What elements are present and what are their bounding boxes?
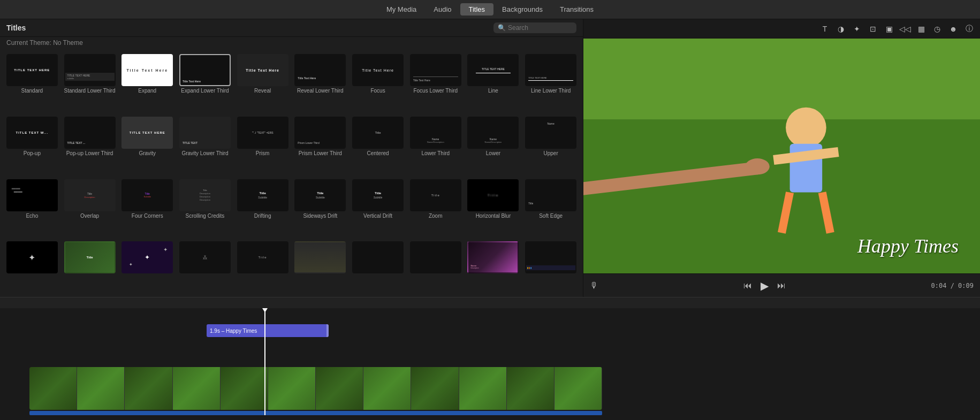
title-particle7[interactable] bbox=[350, 240, 406, 295]
title-thumb-standard-lower-third: TITLE TEXT HERE subtitle bbox=[64, 54, 116, 86]
title-gravity[interactable]: TITLE TEXT HERE Gravity bbox=[119, 116, 175, 176]
mic-button[interactable]: 🎙 bbox=[590, 281, 598, 291]
title-label-reveal-lower-third: Reveal Lower Third bbox=[294, 88, 346, 94]
title-thumb-particle3: ✦ ✦ ✦ bbox=[121, 241, 173, 273]
crop-tool-icon[interactable]: ⊡ bbox=[867, 22, 879, 35]
title-thumb-four-corners: Title Subtitle bbox=[121, 179, 173, 211]
title-centered[interactable]: Title Centered bbox=[350, 116, 406, 176]
title-thumb-gravity-lower-third: TITLE TEXT bbox=[179, 117, 231, 149]
title-line[interactable]: TITLE TEXT HERE Line bbox=[466, 53, 521, 113]
title-standard[interactable]: TITLE TEXT HERE Standard bbox=[4, 53, 60, 113]
video-frame-2 bbox=[77, 367, 125, 410]
title-thumb-prism-lower-third: Prism Lower Third bbox=[294, 117, 346, 149]
speed-tool-icon[interactable]: ◷ bbox=[931, 22, 944, 35]
title-thumb-soft-edge: Title bbox=[525, 179, 576, 211]
title-thumb-particle7 bbox=[352, 241, 404, 273]
title-expand[interactable]: Title Text Here Expand bbox=[119, 53, 175, 113]
title-particle5[interactable]: Title bbox=[235, 240, 291, 295]
title-prism[interactable]: ""..I "TEXT" =ERS Prism bbox=[235, 116, 291, 176]
nav-titles[interactable]: Titles bbox=[460, 3, 494, 16]
main-content: Titles 🔍 Current Theme: No Theme TITLE T… bbox=[0, 19, 980, 297]
video-frame-11 bbox=[507, 367, 554, 410]
title-popup[interactable]: TITLE TEXT W... Pop-up bbox=[4, 116, 60, 176]
preview-title-text: Happy Times bbox=[857, 235, 959, 257]
title-prism-lower-third[interactable]: Prism Lower Third Prism Lower Third bbox=[292, 116, 348, 176]
info-tool-icon[interactable]: ⓘ bbox=[963, 22, 976, 35]
timeline: 1.9s – Happy Times bbox=[0, 297, 980, 420]
preview-panel: T ◑ ✦ ⊡ ▣ ◁◁ ▦ ◷ ☻ ⓘ bbox=[583, 19, 980, 297]
title-popup-lower-third[interactable]: TITLE TEXT ... Pop-up Lower Third bbox=[62, 116, 118, 176]
search-input[interactable] bbox=[508, 24, 572, 32]
video-frame-9 bbox=[411, 367, 459, 410]
title-thumb-horizontal-blur: Title bbox=[467, 179, 519, 211]
title-thumb-overlap: Title Description bbox=[64, 179, 116, 211]
title-label-vertical-drift: Vertical Drift bbox=[352, 213, 404, 219]
nav-my-media[interactable]: My Media bbox=[378, 3, 425, 16]
title-standard-lower-third[interactable]: TITLE TEXT HERE subtitle Standard Lower … bbox=[62, 53, 118, 113]
skip-forward-button[interactable]: ⏭ bbox=[777, 281, 786, 291]
title-particle3[interactable]: ✦ ✦ ✦ bbox=[119, 240, 175, 295]
title-label-lower-third: Lower Third bbox=[410, 150, 461, 156]
color-tool-icon[interactable]: ◑ bbox=[834, 22, 847, 35]
search-box[interactable]: 🔍 bbox=[493, 22, 576, 33]
person-tool-icon[interactable]: ☻ bbox=[947, 22, 960, 35]
title-particle6[interactable] bbox=[292, 240, 348, 295]
titles-panel: Titles 🔍 Current Theme: No Theme TITLE T… bbox=[0, 19, 583, 297]
title-label-lower: Lower bbox=[467, 150, 519, 156]
title-gravity-lower-third[interactable]: TITLE TEXT Gravity Lower Third bbox=[177, 116, 233, 176]
title-particle10[interactable]: ▮ ▮ ▮ bbox=[523, 240, 579, 295]
skip-back-button[interactable]: ⏮ bbox=[743, 281, 752, 291]
title-four-corners[interactable]: Title Subtitle Four Corners bbox=[119, 178, 175, 239]
title-label-popup-lower-third: Pop-up Lower Third bbox=[64, 150, 116, 156]
title-clip[interactable]: 1.9s – Happy Times bbox=[207, 324, 329, 337]
title-focus[interactable]: Title Text Here Focus bbox=[350, 53, 406, 113]
title-label-line: Line bbox=[467, 88, 519, 94]
title-vertical-drift[interactable]: Title Subtitle Vertical Drift bbox=[350, 178, 406, 239]
nav-backgrounds[interactable]: Backgrounds bbox=[493, 3, 551, 16]
title-drifting[interactable]: Title Subtitle Drifting bbox=[235, 178, 291, 239]
title-particle9[interactable]: Name Description bbox=[466, 240, 521, 295]
title-thumb-reveal-lower-third: Title Text Here bbox=[294, 54, 346, 86]
title-focus-lower-third[interactable]: Title Text Here Focus Lower Third bbox=[408, 53, 464, 113]
play-button[interactable]: ▶ bbox=[761, 279, 769, 292]
effects-tool-icon[interactable]: ✦ bbox=[850, 22, 863, 35]
bars-tool-icon[interactable]: ▦ bbox=[915, 22, 928, 35]
volume-tool-icon[interactable]: ◁◁ bbox=[899, 22, 911, 35]
title-zoom[interactable]: Title Zoom bbox=[408, 178, 464, 239]
title-sideways-drift[interactable]: Title Subtitle Sideways Drift bbox=[292, 178, 348, 239]
text-tool-icon[interactable]: T bbox=[818, 22, 831, 35]
camera-tool-icon[interactable]: ▣ bbox=[883, 22, 895, 35]
nav-transitions[interactable]: Transitions bbox=[551, 3, 602, 16]
title-scrolling-credits[interactable]: Title Description Description Descriptio… bbox=[177, 178, 233, 239]
title-expand-lower-third[interactable]: Title Text Here Expand Lower Third bbox=[177, 53, 233, 113]
title-lower[interactable]: Name Name/Description Lower bbox=[466, 116, 521, 176]
title-label-four-corners: Four Corners bbox=[121, 213, 173, 219]
video-preview: Happy Times bbox=[583, 39, 980, 273]
title-thumb-prism: ""..I "TEXT" =ERS bbox=[237, 117, 288, 149]
nav-audio[interactable]: Audio bbox=[425, 3, 460, 16]
title-thumb-focus: Title Text Here bbox=[352, 54, 404, 86]
title-overlap[interactable]: Title Description Overlap bbox=[62, 178, 118, 239]
title-line-lower-third[interactable]: TITLE TEXT HERE Line Lower Third bbox=[523, 53, 579, 113]
title-particle2[interactable]: Title bbox=[62, 240, 118, 295]
title-echo[interactable]: ▬▬ ▬▬ Echo bbox=[4, 178, 60, 239]
toolbar: T ◑ ✦ ⊡ ▣ ◁◁ ▦ ◷ ☻ ⓘ bbox=[583, 19, 980, 39]
video-frame-3 bbox=[125, 367, 172, 410]
title-particle4[interactable]: ⁂ bbox=[177, 240, 233, 295]
title-soft-edge[interactable]: Title Soft Edge bbox=[523, 178, 579, 239]
title-clip-handle[interactable] bbox=[326, 324, 329, 337]
title-label-focus-lower-third: Focus Lower Third bbox=[410, 88, 461, 94]
title-thumb-drifting: Title Subtitle bbox=[237, 179, 288, 211]
title-particle1[interactable]: ✦ bbox=[4, 240, 60, 295]
title-particle8[interactable] bbox=[408, 240, 464, 295]
title-label-centered: Centered bbox=[352, 150, 404, 156]
theme-label: Current Theme: No Theme bbox=[0, 37, 583, 51]
title-horizontal-blur[interactable]: Title Horizontal Blur bbox=[466, 178, 521, 239]
title-thumb-line: TITLE TEXT HERE bbox=[467, 54, 519, 86]
title-lower-third[interactable]: Name Name/Description Lower Third bbox=[408, 116, 464, 176]
title-reveal[interactable]: Title Text Here Reveal bbox=[235, 53, 291, 113]
title-reveal-lower-third[interactable]: Title Text Here Reveal Lower Third bbox=[292, 53, 348, 113]
title-label-popup: Pop-up bbox=[6, 150, 58, 156]
panel-header: Titles 🔍 bbox=[0, 19, 583, 37]
title-upper[interactable]: Name Upper bbox=[523, 116, 579, 176]
